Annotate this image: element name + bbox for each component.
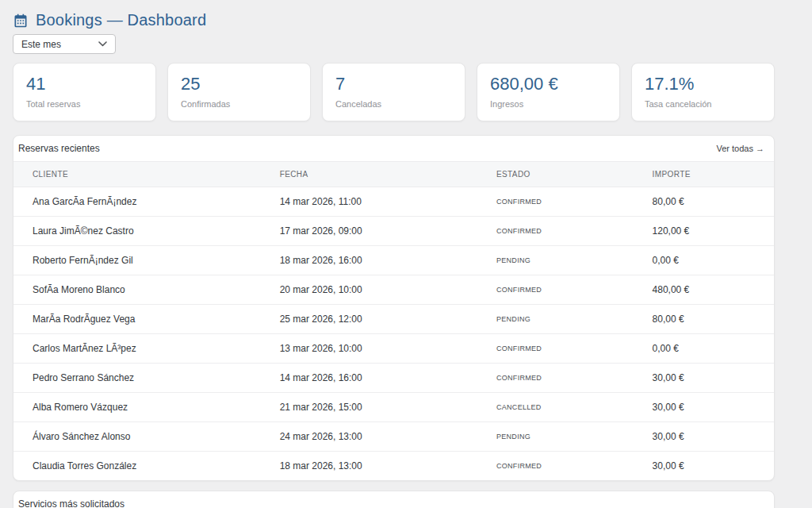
cell-cliente: Roberto FernÃ¡ndez Gil (13, 246, 280, 275)
stat-card-ingresos: 680,00 € Ingresos (477, 63, 620, 121)
panel-title: Servicios más solicitados (18, 498, 124, 508)
page-title: Bookings — Dashboard (36, 11, 206, 29)
cell-importe: 80,00 € (653, 187, 774, 217)
column-header-importe: IMPORTE (653, 162, 774, 187)
cell-cliente: MarÃa RodrÃguez Vega (13, 305, 280, 334)
table-row: Carlos MartÃnez LÃ³pez 13 mar 2026, 10:0… (13, 334, 774, 364)
app-header: Bookings — Dashboard (13, 11, 775, 29)
cell-fecha: 20 mar 2026, 10:00 (280, 275, 496, 305)
cell-cliente: Ana GarcÃa FernÃ¡ndez (13, 187, 280, 217)
cell-fecha: 24 mar 2026, 13:00 (280, 422, 496, 452)
cell-importe: 0,00 € (653, 334, 774, 364)
cell-estado: PENDING (496, 305, 653, 334)
cell-importe: 30,00 € (653, 364, 774, 393)
cell-fecha: 21 mar 2026, 15:00 (280, 393, 496, 422)
cell-estado: PENDING (496, 422, 653, 452)
cell-estado: CONFIRMED (496, 275, 653, 305)
cell-fecha: 14 mar 2026, 11:00 (280, 187, 496, 217)
dashboard-page: Bookings — Dashboard Este mes 41 Total r… (0, 0, 775, 508)
period-select-value: Este mes (21, 39, 61, 50)
stat-value: 680,00 € (490, 74, 607, 94)
cell-importe: 30,00 € (653, 393, 774, 422)
cell-fecha: 14 mar 2026, 16:00 (280, 364, 496, 393)
column-header-fecha: FECHA (280, 162, 496, 187)
cell-cliente: Carlos MartÃnez LÃ³pez (13, 334, 280, 364)
table-row: Claudia Torres González 18 mar 2026, 13:… (13, 452, 774, 481)
stat-value: 25 (181, 74, 297, 94)
cell-cliente: Pedro Serrano Sánchez (13, 364, 280, 393)
cell-importe: 120,00 € (653, 217, 774, 246)
table-row: Álvaro Sánchez Alonso 24 mar 2026, 13:00… (13, 422, 774, 452)
cell-importe: 80,00 € (653, 305, 774, 334)
cell-importe: 480,00 € (653, 275, 774, 305)
period-select[interactable]: Este mes (13, 34, 116, 54)
stat-card-total-reservas: 41 Total reservas (13, 63, 156, 121)
stat-card-canceladas: 7 Canceladas (322, 63, 465, 121)
cell-estado: CONFIRMED (496, 364, 653, 393)
chevron-down-icon (98, 41, 107, 47)
top-services-panel: Servicios más solicitados SERVICIO RESER… (13, 491, 775, 508)
recent-bookings-panel-header: Reservas recientes Ver todas → (13, 136, 774, 161)
stat-label: Canceladas (335, 99, 452, 109)
table-row: Laura JimÃ©nez Castro 17 mar 2026, 09:00… (13, 217, 774, 246)
cell-importe: 0,00 € (653, 246, 774, 275)
cell-estado: CONFIRMED (496, 187, 653, 217)
recent-bookings-table-head: CLIENTE FECHA ESTADO IMPORTE (13, 162, 774, 187)
stats-row: 41 Total reservas 25 Confirmadas 7 Cance… (13, 63, 775, 121)
cell-fecha: 13 mar 2026, 10:00 (280, 334, 496, 364)
stat-card-confirmadas: 25 Confirmadas (167, 63, 311, 121)
cell-cliente: Laura JimÃ©nez Castro (13, 217, 280, 246)
cell-importe: 30,00 € (653, 452, 774, 481)
cell-estado: PENDING (496, 246, 653, 275)
stat-label: Tasa cancelación (645, 99, 761, 109)
recent-bookings-panel: Reservas recientes Ver todas → CLIENTE F… (13, 135, 775, 481)
cell-estado: CONFIRMED (496, 334, 653, 364)
cell-cliente: SofÃa Moreno Blanco (13, 275, 280, 305)
table-row: SofÃa Moreno Blanco 20 mar 2026, 10:00 C… (13, 275, 774, 305)
stat-value: 17.1% (645, 74, 761, 94)
cell-estado: CONFIRMED (496, 217, 653, 246)
cell-fecha: 17 mar 2026, 09:00 (280, 217, 496, 246)
cell-fecha: 25 mar 2026, 12:00 (280, 305, 496, 334)
cell-cliente: Álvaro Sánchez Alonso (13, 422, 280, 452)
stat-card-tasa-cancelacion: 17.1% Tasa cancelación (631, 63, 775, 121)
view-all-link[interactable]: Ver todas → (716, 144, 764, 153)
table-row: MarÃa RodrÃguez Vega 25 mar 2026, 12:00 … (13, 305, 774, 334)
column-header-cliente: CLIENTE (13, 162, 280, 187)
table-row: Ana GarcÃa FernÃ¡ndez 14 mar 2026, 11:00… (13, 187, 774, 217)
cell-fecha: 18 mar 2026, 13:00 (280, 452, 496, 481)
column-header-estado: ESTADO (496, 162, 653, 187)
cell-estado: CANCELLED (496, 393, 653, 422)
table-row: Alba Romero Vázquez 21 mar 2026, 15:00 C… (13, 393, 774, 422)
stat-label: Confirmadas (181, 99, 297, 109)
cell-cliente: Claudia Torres González (13, 452, 280, 481)
cell-fecha: 18 mar 2026, 16:00 (280, 246, 496, 275)
table-row: Pedro Serrano Sánchez 14 mar 2026, 16:00… (13, 364, 774, 393)
panel-title: Reservas recientes (18, 143, 100, 154)
cell-cliente: Alba Romero Vázquez (13, 393, 280, 422)
top-services-panel-header: Servicios más solicitados (13, 491, 774, 508)
calendar-icon (13, 13, 29, 29)
stat-value: 41 (26, 74, 143, 94)
recent-bookings-table: CLIENTE FECHA ESTADO IMPORTE Ana GarcÃa … (13, 161, 774, 480)
stat-label: Total reservas (26, 99, 143, 109)
stat-value: 7 (335, 74, 452, 94)
table-row: Roberto FernÃ¡ndez Gil 18 mar 2026, 16:0… (13, 246, 774, 275)
cell-importe: 30,00 € (653, 422, 774, 452)
stat-label: Ingresos (490, 99, 607, 109)
cell-estado: CONFIRMED (496, 452, 653, 481)
recent-table-body: Ana GarcÃa FernÃ¡ndez 14 mar 2026, 11:00… (13, 187, 774, 481)
